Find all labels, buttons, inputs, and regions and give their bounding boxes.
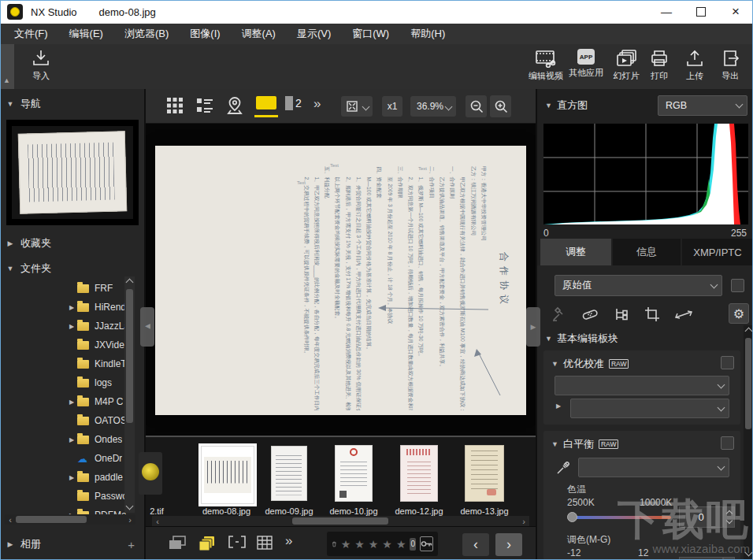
menu-view[interactable]: 显示(V) bbox=[297, 27, 331, 41]
white-balance-checkbox[interactable] bbox=[721, 436, 734, 450]
folder-row[interactable]: ▶paddle bbox=[0, 468, 126, 487]
folder-row[interactable]: Passwo bbox=[0, 487, 126, 506]
wb-eyedropper-icon[interactable] bbox=[556, 461, 570, 475]
tint-value[interactable]: 0.00 bbox=[679, 557, 723, 560]
folder-row[interactable]: ☁OneDr bbox=[0, 449, 126, 468]
image-canvas[interactable]: 合作协议 甲方：香港大中华投资管理公司 乙方：镇江万润酒源有限公司 甲乙双方根据… bbox=[146, 124, 536, 436]
slideshow-button[interactable]: 幻灯片 bbox=[606, 49, 647, 87]
hscrollbar-thumb[interactable] bbox=[16, 516, 87, 523]
tint-spinner[interactable] bbox=[723, 557, 735, 560]
filmstrip-scrollbar[interactable]: ‹ › bbox=[152, 516, 529, 526]
expander-icon[interactable]: ▶ bbox=[66, 436, 77, 443]
zoom-out-button[interactable] bbox=[466, 95, 487, 117]
import-button[interactable]: 导入 bbox=[20, 49, 61, 87]
menu-file[interactable]: 文件(F) bbox=[14, 27, 48, 41]
folder-row[interactable]: KindleT bbox=[0, 354, 126, 373]
scrollbar-thumb[interactable] bbox=[126, 289, 133, 423]
right-panel-scrollbar[interactable] bbox=[744, 325, 753, 560]
menu-browser[interactable]: 浏览器(B) bbox=[124, 27, 169, 41]
image-view-button[interactable] bbox=[254, 96, 278, 117]
more-tools-button[interactable]: » bbox=[313, 96, 321, 112]
scroll-left-icon[interactable]: ‹ bbox=[152, 517, 163, 526]
basic-edit-header[interactable]: ▼ 基本编辑板块 bbox=[545, 332, 618, 346]
menu-adjust[interactable]: 调整(A) bbox=[242, 27, 276, 41]
upload-button[interactable]: 上传 bbox=[677, 49, 712, 87]
picture-control-header[interactable]: ▼ 优化校准 RAW bbox=[551, 357, 629, 371]
preset-checkbox[interactable] bbox=[731, 279, 744, 292]
filmstrip-item-selected[interactable] bbox=[198, 443, 257, 506]
white-balance-dropdown[interactable] bbox=[578, 458, 729, 477]
folder-row[interactable]: ▶Ondes bbox=[0, 430, 126, 449]
scroll-right-icon[interactable]: › bbox=[124, 515, 135, 525]
nav-section-header[interactable]: ▼ 导航 bbox=[0, 93, 146, 115]
scroll-down-icon[interactable] bbox=[126, 503, 134, 510]
settings-button[interactable]: ⚙ bbox=[729, 303, 749, 324]
temp-value[interactable]: 0 bbox=[679, 506, 723, 528]
list-view-button[interactable] bbox=[195, 96, 214, 115]
folder-row[interactable]: FRF bbox=[0, 279, 126, 298]
folder-row[interactable]: ▶HiRend bbox=[0, 298, 126, 317]
folder-row[interactable]: ▶M4P C bbox=[0, 392, 126, 411]
scroll-right-icon[interactable]: › bbox=[518, 517, 529, 526]
tab-xmp-iptc[interactable]: XMP/IPTC bbox=[682, 239, 753, 265]
filmstrip-item[interactable] bbox=[264, 443, 314, 503]
scroll-left-icon[interactable]: ‹ bbox=[5, 515, 16, 525]
folder-row[interactable]: OATOS bbox=[0, 411, 126, 430]
compare-button[interactable] bbox=[168, 535, 187, 551]
star-icon[interactable]: ★ bbox=[369, 538, 379, 551]
toolbar-collapse-strip[interactable]: ▲ bbox=[0, 44, 14, 89]
preset-dropdown[interactable]: 原始值 bbox=[555, 275, 722, 296]
temp-spinner[interactable] bbox=[723, 506, 735, 528]
add-album-icon[interactable]: + bbox=[128, 538, 135, 551]
tab-info[interactable]: 信息 bbox=[613, 239, 681, 265]
expander-icon[interactable]: ▶ bbox=[66, 399, 77, 406]
sidebar-collapse-handle[interactable]: ▶ bbox=[140, 307, 154, 347]
zoom-level-dropdown[interactable]: 36.9% bbox=[410, 96, 456, 117]
hscrollbar-thumb[interactable] bbox=[292, 517, 388, 525]
close-button[interactable]: × bbox=[718, 0, 753, 24]
white-balance-header[interactable]: ▼ 白平衡 RAW bbox=[551, 437, 618, 451]
expander-icon[interactable]: ▶ bbox=[66, 323, 77, 330]
histogram-header[interactable]: ▼ 直方图 bbox=[545, 98, 588, 113]
temp-slider-thumb[interactable] bbox=[567, 512, 577, 522]
straighten-icon[interactable] bbox=[674, 306, 693, 322]
picture-control-checkbox[interactable] bbox=[721, 356, 734, 369]
star-icon[interactable]: ★ bbox=[396, 538, 406, 551]
versions-tree-icon[interactable] bbox=[613, 306, 630, 322]
menu-edit[interactable]: 编辑(E) bbox=[69, 27, 103, 41]
expander-icon[interactable]: ▶ bbox=[66, 474, 77, 481]
scroll-up-icon[interactable] bbox=[745, 328, 753, 336]
minimize-button[interactable]: — bbox=[649, 0, 684, 24]
protect-key-button[interactable] bbox=[420, 536, 433, 551]
print-button[interactable]: 打印 bbox=[642, 49, 677, 87]
next-image-button[interactable]: › bbox=[495, 533, 522, 556]
expander-icon[interactable]: ▶ bbox=[66, 304, 77, 311]
more-options-button[interactable]: » bbox=[285, 533, 292, 549]
maximize-button[interactable] bbox=[684, 0, 718, 24]
fit-screen-dropdown[interactable] bbox=[341, 96, 373, 117]
star-icon[interactable]: ★ bbox=[382, 538, 392, 551]
favorites-section-header[interactable]: ▶ 收藏夹 bbox=[0, 232, 146, 254]
folder-tree-hscrollbar[interactable]: ‹ › bbox=[5, 514, 135, 525]
crop-icon[interactable] bbox=[644, 306, 660, 322]
zoom-1to1-button[interactable]: x1 bbox=[382, 96, 402, 117]
filmstrip-item[interactable] bbox=[459, 443, 510, 503]
picture-control-dropdown[interactable] bbox=[555, 376, 729, 395]
zoom-in-button[interactable] bbox=[490, 95, 511, 117]
previous-image-button[interactable]: ‹ bbox=[462, 533, 489, 556]
folder-row[interactable]: JXVide bbox=[0, 336, 126, 354]
map-view-button[interactable] bbox=[225, 96, 244, 115]
folder-row[interactable]: ▶JJazzLa bbox=[0, 317, 126, 336]
rightpanel-collapse-handle[interactable]: ▶ bbox=[526, 307, 540, 347]
menu-image[interactable]: 图像(I) bbox=[190, 27, 220, 41]
temp-slider[interactable] bbox=[570, 516, 671, 519]
other-apps-button[interactable]: APP 其他应用 bbox=[566, 49, 606, 87]
star-icon[interactable]: ★ bbox=[354, 538, 365, 551]
expander-icon[interactable]: ▶ bbox=[556, 402, 561, 410]
navigator-thumbnail[interactable] bbox=[6, 120, 139, 225]
levels-sampler-icon[interactable] bbox=[551, 306, 567, 322]
scrollbar-thumb[interactable] bbox=[745, 338, 751, 429]
frame-mode-button[interactable] bbox=[228, 535, 247, 549]
filmstrip-item[interactable] bbox=[394, 443, 444, 503]
picture-control-sub-dropdown[interactable] bbox=[570, 399, 729, 418]
